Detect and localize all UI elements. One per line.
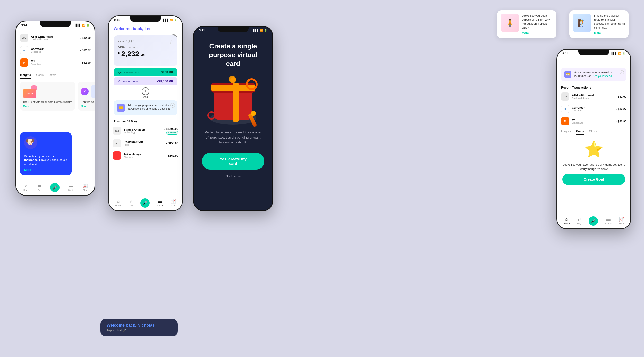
nav-plan-2[interactable]: 📈 Plan [171, 199, 176, 207]
account-credit-line[interactable]: QFC CREDIT LINE $358.86 [114, 68, 177, 76]
goal-content: ⭐ Looks like you haven't set up any goal… [557, 135, 630, 190]
nav-pay-1[interactable]: ⇄ Pay [38, 183, 42, 191]
atm-icon: ATM [20, 34, 28, 42]
more-link-2[interactable]: More [81, 105, 95, 107]
more-link-1[interactable]: More [23, 105, 72, 107]
wifi-icon-4: 📶 [618, 52, 621, 55]
top-card-2[interactable]: 🧗 Finding the quickest route to financia… [569, 10, 629, 38]
tab-insights-4[interactable]: Insights [561, 130, 571, 135]
star-icon: ⭐ [584, 140, 604, 158]
alert-icon: 💳 [564, 71, 571, 78]
table-row: B&O Bang & Olufsen Technology - $4,499.0… [109, 125, 182, 137]
tak-icon: T [113, 151, 121, 160]
status-time-1: 9:41 [21, 23, 27, 27]
nav-mic-1[interactable]: 🎤 [50, 183, 60, 192]
battery-icon-3: 🔋 [264, 29, 267, 32]
bottom-nav-4: ⌂ Home ⇄ Pay 🎤 ▬ Cards 📈 Plan [557, 213, 630, 228]
cards-icon-2: ▬ [158, 199, 162, 204]
tab-goals-4[interactable]: Goals [576, 130, 584, 135]
bottom-nav-2: ⌂ Home ⇄ Pay 🎤 ▬ Cards 📈 Plan [109, 195, 182, 210]
nav-plan-4[interactable]: 📈 Plan [619, 217, 624, 225]
phone-3: 9:41 ▌▌▌ 📶 🔋 Create a single purpose vir… [193, 26, 273, 211]
account-credit-card[interactable]: ⬡ CREDIT CARD -$8,000.00 [114, 77, 177, 85]
status-time-4: 9:41 [562, 52, 568, 55]
top-card-img-1: 🧍 [501, 14, 519, 32]
signal-icon-4: ▌▌▌ [612, 52, 617, 55]
bo-icon: B&O [113, 127, 121, 135]
table-row: T Takashimaya Shopping - $562.90 [109, 149, 182, 162]
phone-notch-3 [218, 27, 249, 32]
top-card-desc-1: Looks like you put a deposit on a flight… [522, 14, 553, 30]
top-card-1[interactable]: 🧍 Looks like you put a deposit on a flig… [497, 10, 556, 38]
chat-bubble[interactable]: Welcome back, Nicholas Tap to chat 🎤 [100, 319, 178, 336]
mic-button-2[interactable]: 🎤 [140, 198, 150, 208]
phone-2: 9:41 ▌▌▌ 📶 🔋 Welcome back, Lee •••• 1234… [108, 15, 183, 211]
nav-cards-4[interactable]: ▬ Cards [605, 217, 612, 225]
insights-tabs-4: Insights Goals Offers [557, 128, 630, 135]
create-goal-button[interactable]: Create Goal [562, 174, 625, 185]
tab-offers-4[interactable]: Offers [589, 130, 597, 135]
wifi-icon-2: 📶 [170, 19, 173, 21]
tab-goals[interactable]: Goals [36, 73, 44, 79]
add-button-2[interactable]: + [142, 87, 149, 95]
nav-home-2[interactable]: ⌂ Home [115, 199, 121, 207]
insight-card-goal[interactable]: ✓ High-five, you've reached your Macbook… [78, 82, 95, 110]
phone4-content: 💳 Your expenses have increased by $500 s… [557, 57, 630, 213]
phone-notch-1 [40, 21, 71, 27]
pet-more-link[interactable]: More [24, 168, 67, 171]
mic-button-4[interactable]: 🎤 [589, 216, 598, 226]
phone-notch-4 [578, 50, 609, 55]
status-time-3: 9:41 [199, 29, 205, 32]
nav-mic-2[interactable]: 🎤 [140, 198, 150, 208]
insight-cards-1: 15% off Get 15% off with two or more ins… [16, 79, 95, 114]
plan-icon-2: 📈 [171, 199, 176, 204]
virtual-card-title: Create a single purpose virtual card [194, 34, 272, 68]
m1-icon-4: M [561, 117, 569, 125]
nav-cards-2[interactable]: ▬ Cards [157, 199, 163, 207]
top-card-desc-2: Finding the quickest route to financial … [594, 14, 625, 30]
mic-chat-icon: 🎤 [123, 329, 126, 332]
nav-home-4[interactable]: ⌂ Home [563, 217, 570, 225]
battery-icon-2: 🔋 [174, 19, 177, 21]
card-display-2[interactable]: •••• 1234 VISA CURRENT $ 2,232 .45 ☆ [114, 35, 177, 66]
carrefour-icon: C [20, 46, 28, 54]
recent-transactions-heading: Recent Transactions [557, 84, 630, 90]
nav-cards-1[interactable]: ▬ Cards [68, 184, 74, 191]
m1-icon: M [20, 58, 28, 67]
wifi-icon-3: 📶 [260, 29, 263, 32]
card-star-icon: ☆ [169, 39, 173, 45]
create-card-button[interactable]: Yes, create my card [202, 153, 264, 170]
tab-insights[interactable]: Insights [20, 73, 31, 79]
transaction-list-2: B&O Bang & Olufsen Technology - $4,499.0… [109, 125, 182, 162]
welcome-header-2: Welcome back, Lee [109, 24, 182, 33]
nav-pay-4[interactable]: ⇄ Pay [577, 217, 581, 225]
signal-icon: ▌▌▌ [76, 24, 81, 27]
nav-mic-4[interactable]: 🎤 [589, 216, 598, 226]
see-spend-link[interactable]: See your spend [593, 75, 612, 78]
carrefour-icon-4: C [561, 105, 569, 113]
nav-home-1[interactable]: ⌂ Home [23, 184, 29, 191]
transaction-list-4: ATM ATM Withdrawal Cash Withdrawal - $32… [557, 90, 630, 128]
nav-plan-1[interactable]: 📈 Plan [83, 183, 88, 191]
cards-icon-1: ▬ [69, 184, 73, 188]
insight-card-insurance[interactable]: 15% off Get 15% off with two or more ins… [20, 82, 75, 110]
table-row: C Carrefour Groceries - $12.27 [557, 103, 630, 115]
top-card-more-2[interactable]: More [594, 31, 625, 35]
expense-alert[interactable]: 💳 Your expenses have increased by $500 s… [561, 68, 626, 81]
pet-insurance-card[interactable]: 🐶 We noticed you have pet insurance. Hav… [20, 132, 72, 175]
single-purpose-banner[interactable]: 💳 Add a single purpose card. Perfect for… [114, 100, 177, 115]
phone-4: 9:41 ▌▌▌ 📶 🔋 + Add 💳 Your expenses have … [556, 49, 631, 229]
nav-pay-2[interactable]: ⇄ Pay [129, 199, 133, 207]
banner-card-icon: 💳 [117, 104, 125, 112]
add-section[interactable]: + Add [109, 87, 182, 98]
flexipay-badge: Flexipay [166, 131, 178, 135]
mic-button-1[interactable]: 🎤 [50, 183, 60, 192]
signal-icon-3: ▌▌▌ [253, 29, 259, 32]
alert-close-button[interactable]: × [620, 70, 624, 74]
banner-close-button[interactable]: × [170, 103, 175, 108]
tab-offers[interactable]: Offers [49, 73, 56, 79]
no-thanks-button[interactable]: No thanks [224, 172, 243, 180]
chat-sub[interactable]: Tap to chat 🎤 [107, 329, 172, 332]
phone2-content: Welcome back, Lee •••• 1234 VISA CURRENT… [109, 24, 182, 195]
top-card-more-1[interactable]: More [522, 31, 553, 35]
